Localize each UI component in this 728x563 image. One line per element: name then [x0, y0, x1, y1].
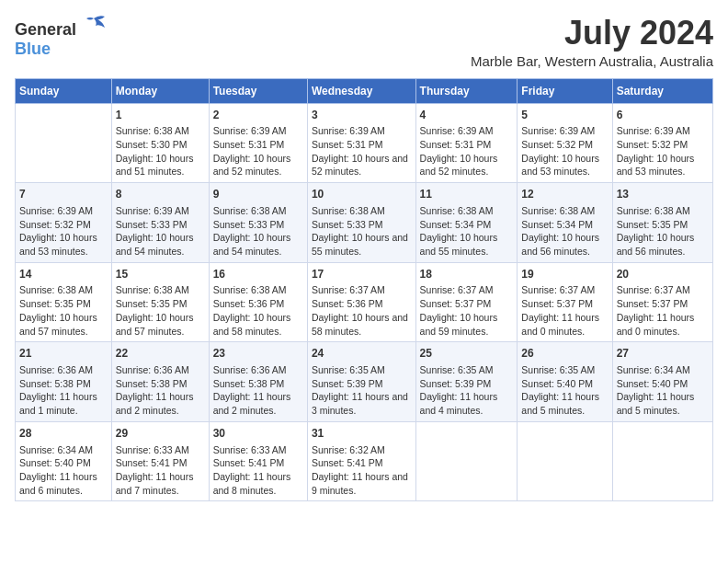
day-number: 24 [312, 346, 412, 362]
calendar-cell: 25Sunrise: 6:35 AMSunset: 5:39 PMDayligh… [415, 342, 518, 422]
calendar-cell: 22Sunrise: 6:36 AMSunset: 5:38 PMDayligh… [111, 342, 209, 422]
day-number: 6 [617, 108, 709, 123]
main-title: July 2024 [471, 15, 713, 52]
calendar-cell: 7Sunrise: 6:39 AMSunset: 5:32 PMDaylight… [16, 183, 112, 263]
calendar-cell: 21Sunrise: 6:36 AMSunset: 5:38 PMDayligh… [16, 342, 112, 422]
calendar-cell: 18Sunrise: 6:37 AMSunset: 5:37 PMDayligh… [415, 262, 518, 342]
logo-blue: Blue [15, 40, 51, 58]
calendar-cell: 16Sunrise: 6:38 AMSunset: 5:36 PMDayligh… [209, 262, 307, 342]
header-day-friday: Friday [518, 78, 612, 103]
day-info: Sunrise: 6:37 AMSunset: 5:37 PMDaylight:… [521, 283, 608, 338]
week-row-2: 7Sunrise: 6:39 AMSunset: 5:32 PMDaylight… [16, 183, 713, 263]
page-header: General Blue July 2024 Marble Bar, Weste… [15, 15, 713, 69]
day-number: 10 [312, 187, 412, 202]
calendar-body: 1Sunrise: 6:38 AMSunset: 5:30 PMDaylight… [16, 103, 713, 501]
day-number: 9 [213, 187, 303, 202]
day-info: Sunrise: 6:37 AMSunset: 5:37 PMDaylight:… [420, 283, 514, 338]
day-info: Sunrise: 6:35 AMSunset: 5:39 PMDaylight:… [420, 363, 514, 418]
calendar-cell: 8Sunrise: 6:39 AMSunset: 5:33 PMDaylight… [111, 183, 209, 263]
day-number: 3 [312, 108, 412, 123]
subtitle: Marble Bar, Western Australia, Australia [471, 53, 713, 69]
day-number: 22 [116, 346, 205, 362]
calendar-cell: 13Sunrise: 6:38 AMSunset: 5:35 PMDayligh… [612, 183, 712, 263]
calendar-cell: 1Sunrise: 6:38 AMSunset: 5:30 PMDaylight… [111, 103, 209, 183]
week-row-4: 21Sunrise: 6:36 AMSunset: 5:38 PMDayligh… [16, 342, 713, 422]
day-number: 12 [521, 187, 608, 202]
day-number: 29 [116, 426, 205, 442]
header-day-saturday: Saturday [612, 78, 712, 103]
day-number: 14 [19, 267, 108, 282]
day-info: Sunrise: 6:39 AMSunset: 5:32 PMDaylight:… [521, 124, 608, 178]
day-number: 11 [420, 187, 514, 202]
calendar-cell: 9Sunrise: 6:38 AMSunset: 5:33 PMDaylight… [209, 183, 307, 263]
day-number: 30 [213, 426, 303, 442]
day-number: 19 [521, 267, 608, 282]
calendar-header: SundayMondayTuesdayWednesdayThursdayFrid… [16, 78, 713, 103]
day-info: Sunrise: 6:37 AMSunset: 5:36 PMDaylight:… [312, 283, 412, 338]
calendar-cell: 11Sunrise: 6:38 AMSunset: 5:34 PMDayligh… [415, 183, 518, 263]
calendar-cell [16, 103, 112, 183]
day-number: 1 [116, 108, 205, 123]
day-number: 4 [420, 108, 514, 123]
day-info: Sunrise: 6:36 AMSunset: 5:38 PMDaylight:… [19, 363, 108, 418]
week-row-1: 1Sunrise: 6:38 AMSunset: 5:30 PMDaylight… [16, 103, 713, 183]
day-number: 7 [19, 187, 108, 202]
day-number: 5 [521, 108, 608, 123]
day-number: 15 [116, 267, 205, 282]
calendar-table: SundayMondayTuesdayWednesdayThursdayFrid… [15, 78, 713, 502]
day-number: 25 [420, 346, 514, 362]
day-info: Sunrise: 6:38 AMSunset: 5:35 PMDaylight:… [116, 283, 205, 338]
calendar-cell [518, 421, 612, 501]
header-day-wednesday: Wednesday [307, 78, 415, 103]
calendar-cell: 17Sunrise: 6:37 AMSunset: 5:36 PMDayligh… [307, 262, 415, 342]
day-info: Sunrise: 6:35 AMSunset: 5:40 PMDaylight:… [521, 363, 608, 418]
day-number: 16 [213, 267, 303, 282]
week-row-3: 14Sunrise: 6:38 AMSunset: 5:35 PMDayligh… [16, 262, 713, 342]
logo: General Blue [15, 15, 107, 59]
day-info: Sunrise: 6:33 AMSunset: 5:41 PMDaylight:… [116, 443, 205, 498]
day-info: Sunrise: 6:38 AMSunset: 5:30 PMDaylight:… [116, 124, 205, 178]
day-number: 20 [617, 267, 709, 282]
day-info: Sunrise: 6:34 AMSunset: 5:40 PMDaylight:… [617, 363, 709, 418]
calendar-cell: 23Sunrise: 6:36 AMSunset: 5:38 PMDayligh… [209, 342, 307, 422]
day-info: Sunrise: 6:38 AMSunset: 5:35 PMDaylight:… [617, 204, 709, 259]
calendar-cell: 26Sunrise: 6:35 AMSunset: 5:40 PMDayligh… [518, 342, 612, 422]
day-number: 27 [617, 346, 709, 362]
header-day-thursday: Thursday [415, 78, 518, 103]
day-info: Sunrise: 6:38 AMSunset: 5:33 PMDaylight:… [213, 204, 303, 259]
day-number: 18 [420, 267, 514, 282]
calendar-cell: 3Sunrise: 6:39 AMSunset: 5:31 PMDaylight… [307, 103, 415, 183]
calendar-cell: 19Sunrise: 6:37 AMSunset: 5:37 PMDayligh… [518, 262, 612, 342]
day-info: Sunrise: 6:38 AMSunset: 5:34 PMDaylight:… [420, 204, 514, 259]
day-info: Sunrise: 6:38 AMSunset: 5:36 PMDaylight:… [213, 283, 303, 338]
day-info: Sunrise: 6:35 AMSunset: 5:39 PMDaylight:… [312, 363, 412, 418]
day-number: 26 [521, 346, 608, 362]
logo-bird-icon [81, 15, 107, 35]
calendar-cell: 30Sunrise: 6:33 AMSunset: 5:41 PMDayligh… [209, 421, 307, 501]
calendar-cell: 5Sunrise: 6:39 AMSunset: 5:32 PMDaylight… [518, 103, 612, 183]
day-number: 31 [312, 426, 412, 442]
day-number: 17 [312, 267, 412, 282]
day-info: Sunrise: 6:36 AMSunset: 5:38 PMDaylight:… [213, 363, 303, 418]
day-info: Sunrise: 6:39 AMSunset: 5:32 PMDaylight:… [19, 204, 108, 259]
day-number: 8 [116, 187, 205, 202]
header-day-sunday: Sunday [16, 78, 112, 103]
calendar-cell: 24Sunrise: 6:35 AMSunset: 5:39 PMDayligh… [307, 342, 415, 422]
day-info: Sunrise: 6:38 AMSunset: 5:35 PMDaylight:… [19, 283, 108, 338]
day-info: Sunrise: 6:39 AMSunset: 5:33 PMDaylight:… [116, 204, 205, 259]
calendar-cell: 6Sunrise: 6:39 AMSunset: 5:32 PMDaylight… [612, 103, 712, 183]
title-block: July 2024 Marble Bar, Western Australia,… [471, 15, 713, 69]
header-row: SundayMondayTuesdayWednesdayThursdayFrid… [16, 78, 713, 103]
day-info: Sunrise: 6:37 AMSunset: 5:37 PMDaylight:… [617, 283, 709, 338]
calendar-cell: 31Sunrise: 6:32 AMSunset: 5:41 PMDayligh… [307, 421, 415, 501]
day-info: Sunrise: 6:33 AMSunset: 5:41 PMDaylight:… [213, 443, 303, 498]
day-info: Sunrise: 6:36 AMSunset: 5:38 PMDaylight:… [116, 363, 205, 418]
day-info: Sunrise: 6:38 AMSunset: 5:33 PMDaylight:… [312, 204, 412, 259]
day-number: 2 [213, 108, 303, 123]
day-number: 28 [19, 426, 108, 442]
header-day-monday: Monday [111, 78, 209, 103]
day-number: 13 [617, 187, 709, 202]
calendar-cell: 15Sunrise: 6:38 AMSunset: 5:35 PMDayligh… [111, 262, 209, 342]
calendar-cell [612, 421, 712, 501]
calendar-cell: 12Sunrise: 6:38 AMSunset: 5:34 PMDayligh… [518, 183, 612, 263]
